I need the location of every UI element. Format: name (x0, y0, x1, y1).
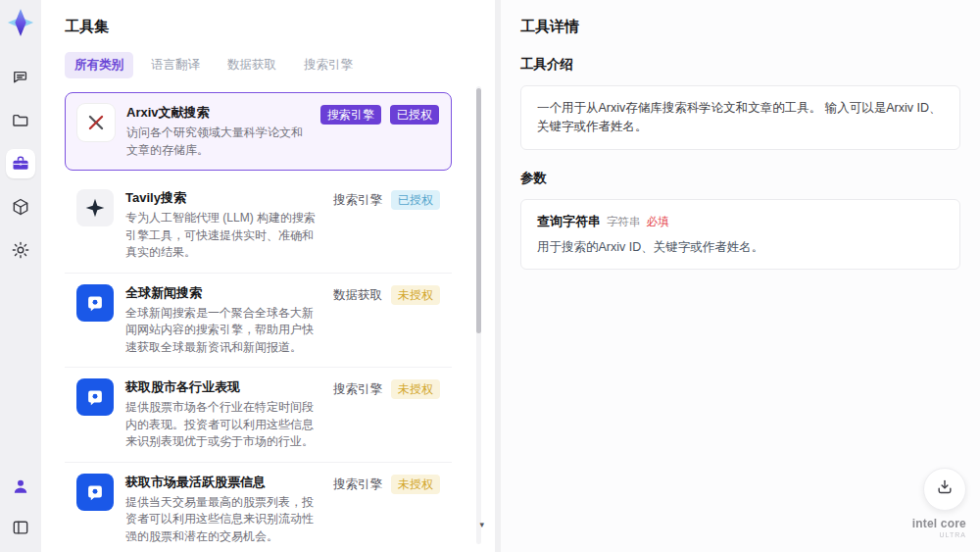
tool-detail-panel: 工具详情 工具介绍 一个用于从Arxiv存储库搜索科学论文和文章的工具。 输入可… (495, 0, 980, 552)
sidebar-item-account[interactable] (6, 472, 35, 501)
scroll-down-arrow-icon[interactable]: ▾ (479, 520, 484, 529)
sidebar-bottom-nav (6, 472, 35, 542)
page-title: 工具集 (65, 18, 471, 36)
tool-category: 搜索引擎 (320, 105, 381, 125)
intel-core-watermark: intel core ULTRA (912, 519, 966, 540)
tool-name: 全球新闻搜索 (125, 284, 321, 302)
list-scrollbar-thumb[interactable] (476, 88, 481, 333)
category-tab-1[interactable]: 语言翻译 (141, 52, 210, 78)
gear-icon (11, 240, 30, 260)
param-type: 字符串 (607, 215, 641, 229)
watermark-main: intel core (912, 519, 966, 529)
category-tab-2[interactable]: 数据获取 (218, 52, 286, 78)
cube-icon (11, 197, 30, 217)
tool-auth-status: 未授权 (391, 379, 440, 399)
sidebar-item-collapse-sidebar[interactable] (6, 513, 35, 542)
param-card: 查询字符串 字符串 必填 用于搜索的Arxiv ID、关键字或作者姓名。 (520, 199, 960, 270)
download-icon (935, 477, 955, 501)
tool-list: Arxiv文献搜索访问各个研究领域大量科学论文和文章的存储库。搜索引擎已授权Ta… (65, 92, 471, 552)
tool-category: 搜索引擎 (333, 379, 382, 399)
tool-name: Arxiv文献搜索 (126, 104, 309, 122)
sidebar-item-settings[interactable] (6, 235, 35, 265)
arxiv-icon (77, 104, 115, 141)
param-name: 查询字符串 (537, 213, 601, 230)
sidebar-item-chat[interactable] (6, 63, 35, 92)
tool-description: 访问各个研究领域大量科学论文和文章的存储库。 (126, 125, 309, 159)
news-bubble-icon (76, 474, 114, 511)
watermark-sub: ULTRA (912, 529, 966, 540)
tool-list-item[interactable]: 获取股市各行业表现提供股票市场各个行业在特定时间段内的表现。投资者可以利用这些信… (65, 368, 452, 463)
tavily-icon (76, 189, 114, 226)
intro-heading: 工具介绍 (520, 56, 960, 74)
tool-description: 全球新闻搜索是一个聚合全球各大新闻网站内容的搜索引擎，帮助用户快速获取全球最新资… (125, 305, 321, 357)
sidebar-nav (6, 63, 35, 265)
tool-description: 专为人工智能代理 (LLM) 构建的搜索引擎工具，可快速提供实时、准确和真实的结… (125, 210, 321, 262)
tool-category: 数据获取 (333, 285, 382, 305)
param-description: 用于搜索的Arxiv ID、关键字或作者姓名。 (537, 239, 944, 256)
chat-icon (11, 68, 30, 87)
category-tab-3[interactable]: 搜索引擎 (294, 52, 363, 78)
tool-auth-status: 已授权 (391, 190, 440, 210)
detail-title: 工具详情 (520, 18, 960, 36)
tool-list-item[interactable]: 获取市场最活跃股票信息提供当天交易量最高的股票列表，投资者可以利用这些信息来识别… (65, 463, 452, 552)
param-required-badge: 必填 (647, 215, 669, 229)
intro-card: 一个用于从Arxiv存储库搜索科学论文和文章的工具。 输入可以是Arxiv ID… (520, 85, 960, 150)
tool-name: 获取市场最活跃股票信息 (125, 474, 321, 491)
sidebar-item-plugins[interactable] (6, 192, 35, 222)
category-tabs: 所有类别语言翻译数据获取搜索引擎 (65, 52, 471, 78)
app-logo-icon (6, 8, 35, 37)
panel-icon (11, 518, 30, 537)
tool-name: Tavily搜索 (125, 189, 321, 207)
news-bubble-icon (76, 378, 114, 416)
left-sidebar (0, 0, 41, 552)
tool-list-item[interactable]: Arxiv文献搜索访问各个研究领域大量科学论文和文章的存储库。搜索引擎已授权 (65, 92, 452, 171)
tool-auth-status: 已授权 (390, 105, 439, 125)
tool-list-item[interactable]: 全球新闻搜索全球新闻搜索是一个聚合全球各大新闻网站内容的搜索引擎，帮助用户快速获… (65, 274, 452, 369)
sidebar-item-toolbox[interactable] (6, 149, 35, 178)
params-heading: 参数 (520, 170, 960, 187)
download-button[interactable] (923, 468, 966, 511)
tool-auth-status: 未授权 (391, 475, 440, 494)
tool-list-item[interactable]: Tavily搜索专为人工智能代理 (LLM) 构建的搜索引擎工具，可快速提供实时… (65, 178, 452, 274)
user-icon (11, 477, 30, 496)
tool-category: 搜索引擎 (333, 190, 382, 210)
intro-text: 一个用于从Arxiv存储库搜索科学论文和文章的工具。 输入可以是Arxiv ID… (537, 99, 944, 136)
tool-description: 提供当天交易量最高的股票列表，投资者可以利用这些信息来识别流动性强的股票和潜在的… (125, 494, 321, 546)
toolbox-icon (11, 154, 30, 174)
tool-auth-status: 未授权 (391, 285, 440, 305)
folder-icon (11, 111, 30, 130)
tool-name: 获取股市各行业表现 (125, 378, 321, 396)
sidebar-item-folder[interactable] (6, 106, 35, 135)
news-bubble-icon (76, 284, 114, 322)
category-tab-0[interactable]: 所有类别 (65, 52, 133, 78)
tool-description: 提供股票市场各个行业在特定时间段内的表现。投资者可以利用这些信息来识别表现优于或… (125, 399, 321, 451)
list-scrollbar-track[interactable] (476, 86, 481, 544)
tools-list-panel: 工具集 所有类别语言翻译数据获取搜索引擎 Arxiv文献搜索访问各个研究领域大量… (41, 0, 495, 552)
tool-category: 搜索引擎 (333, 475, 382, 494)
